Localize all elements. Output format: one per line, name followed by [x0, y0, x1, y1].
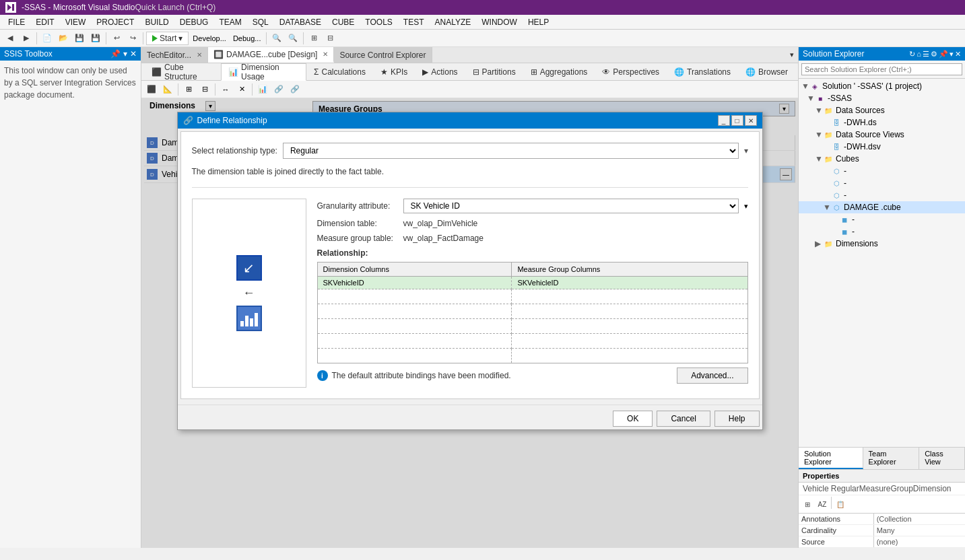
- cancel-button[interactable]: Cancel: [657, 411, 710, 427]
- menu-test[interactable]: TEST: [398, 16, 430, 28]
- advanced-button[interactable]: Advanced...: [677, 368, 747, 384]
- save-button[interactable]: 💾: [72, 31, 87, 46]
- ssis-pin-icon[interactable]: 📌: [110, 49, 121, 59]
- tree-dwh-dsv[interactable]: 🗄 -DWH.dsv: [799, 141, 965, 153]
- cube-tab-calculations[interactable]: Σ Calculations: [306, 63, 373, 80]
- cube-tb-btn8[interactable]: 🔗: [271, 82, 286, 97]
- tree-project[interactable]: ▼ ■ -SSAS: [799, 92, 965, 104]
- sol-filter-icon[interactable]: ☰: [923, 50, 929, 59]
- cube-tb-btn2[interactable]: 📐: [160, 82, 175, 97]
- help-button[interactable]: Help: [714, 411, 760, 427]
- menu-project[interactable]: PROJECT: [91, 16, 139, 28]
- granularity-select[interactable]: SK Vehicle ID: [403, 199, 739, 213]
- tab-right-controls[interactable]: ▾: [786, 47, 798, 63]
- ssis-dropdown-icon[interactable]: ▾: [123, 49, 127, 59]
- tab-close-damage[interactable]: ✕: [323, 50, 328, 58]
- layout-btn[interactable]: ⊞: [306, 31, 321, 46]
- sol-tab-class[interactable]: Class View: [919, 448, 965, 469]
- menu-view[interactable]: VIEW: [60, 16, 92, 28]
- back-button[interactable]: ◀: [3, 31, 18, 46]
- tree-cube-1[interactable]: ⬡ -: [799, 165, 965, 177]
- cube-tab-browser[interactable]: 🌐 Browser: [738, 63, 795, 80]
- menu-build[interactable]: BUILD: [139, 16, 174, 28]
- cube-tb-btn9[interactable]: 🔗: [288, 82, 302, 97]
- menu-debug[interactable]: DEBUG: [174, 16, 214, 28]
- tab-source-control[interactable]: Source Control Explorer: [334, 47, 432, 63]
- tree-solution[interactable]: ▼ ◈ Solution ' -SSAS' (1 project): [799, 80, 965, 92]
- sol-pin-icon[interactable]: 📌: [939, 50, 948, 59]
- rel-table-data-row[interactable]: SKVehicleID SKVehicleID: [317, 277, 747, 289]
- relationship-type-select[interactable]: Regular: [283, 143, 739, 159]
- tab-damage-cube[interactable]: 🔲 DAMAGE...cube [Design] ✕: [208, 47, 334, 63]
- cube-tb-btn5[interactable]: ↔: [218, 82, 233, 97]
- props-pages-btn[interactable]: 📋: [833, 497, 848, 512]
- dialog-fields: Granularity attribute: SK Vehicle ID ▾ D…: [317, 199, 748, 388]
- sol-menu-icon[interactable]: ▾: [950, 50, 954, 59]
- open-button[interactable]: 📂: [56, 31, 71, 46]
- tree-data-source-views[interactable]: ▼ 📁 Data Source Views: [799, 129, 965, 141]
- menu-help[interactable]: HELP: [523, 16, 554, 28]
- ok-button[interactable]: OK: [613, 411, 653, 427]
- undo-button[interactable]: ↩: [109, 31, 124, 46]
- cube-tb-btn4[interactable]: ⊟: [197, 82, 212, 97]
- menu-database[interactable]: DATABASE: [274, 16, 327, 28]
- forward-button[interactable]: ▶: [19, 31, 34, 46]
- dialog-minimize-btn[interactable]: _: [718, 115, 730, 126]
- sol-tab-team[interactable]: Team Explorer: [863, 448, 920, 469]
- sol-sync-icon[interactable]: ↻: [909, 50, 915, 59]
- cube-tab-actions[interactable]: ▶ Actions: [415, 63, 465, 80]
- props-alpha-btn[interactable]: AZ: [815, 497, 830, 512]
- cube-tab-translations[interactable]: 🌐 Translations: [667, 63, 738, 80]
- tree-cube-2[interactable]: ⬡ -: [799, 177, 965, 189]
- sol-tab-solution[interactable]: Solution Explorer: [799, 448, 863, 469]
- tree-sub-2[interactable]: ◼ -: [799, 225, 965, 238]
- dialog-restore-btn[interactable]: □: [731, 115, 743, 126]
- save-all-button[interactable]: 💾: [88, 31, 103, 46]
- cube-tb-btn7[interactable]: 📊: [255, 82, 270, 97]
- ssis-close-icon[interactable]: ✕: [130, 49, 137, 59]
- cube-tb-btn6[interactable]: ✕: [234, 82, 249, 97]
- menu-file[interactable]: FILE: [3, 16, 30, 28]
- deploy-dropdown[interactable]: Develop...: [190, 34, 229, 42]
- zoom-in[interactable]: 🔍: [269, 31, 284, 46]
- dialog-close-btn[interactable]: ✕: [745, 115, 757, 126]
- menu-cube[interactable]: CUBE: [327, 16, 360, 28]
- tab-close-tech[interactable]: ✕: [197, 51, 202, 59]
- cube-tab-partitions[interactable]: ⊟ Partitions: [465, 63, 523, 80]
- tree-cube-3[interactable]: ⬡ -: [799, 189, 965, 201]
- menu-team[interactable]: TEAM: [213, 16, 246, 28]
- tree-cubes[interactable]: ▼ 📁 Cubes: [799, 153, 965, 165]
- debug-dropdown[interactable]: Debug...: [230, 34, 264, 42]
- cube-tab-perspectives[interactable]: 👁 Perspectives: [595, 63, 667, 80]
- tree-arrow-solution: ▼: [801, 81, 808, 91]
- cube-tab-structure[interactable]: ⬛ Cube Structure: [144, 63, 221, 80]
- menu-sql[interactable]: SQL: [247, 16, 274, 28]
- zoom-out[interactable]: 🔍: [286, 31, 300, 46]
- new-file-button[interactable]: 📄: [40, 31, 55, 46]
- sol-search-input[interactable]: [801, 63, 962, 75]
- cube-tab-kpis[interactable]: ★ KPIs: [373, 63, 415, 80]
- tree-dwh-ds[interactable]: 🗄 -DWH.ds: [799, 116, 965, 129]
- connect-btn[interactable]: ⊟: [323, 31, 337, 46]
- tree-data-sources[interactable]: ▼ 📁 Data Sources: [799, 104, 965, 116]
- run-button[interactable]: Start ▾: [146, 32, 189, 45]
- cube-tb-btn1[interactable]: ⬛: [144, 82, 159, 97]
- tree-dimensions[interactable]: ▶ 📁 Dimensions: [799, 238, 965, 250]
- cube-tab-aggregations[interactable]: ⊞ Aggregations: [523, 63, 595, 80]
- menu-tools[interactable]: TOOLS: [360, 16, 397, 28]
- menu-edit[interactable]: EDIT: [30, 16, 59, 28]
- sol-home-icon[interactable]: ⌂: [917, 50, 921, 59]
- cube-3-icon: ⬡: [831, 190, 842, 201]
- props-categorized-btn[interactable]: ⊞: [800, 497, 815, 512]
- sol-settings-icon[interactable]: ⚙: [931, 50, 937, 59]
- tree-sub-1[interactable]: ◼ -: [799, 213, 965, 225]
- cube-tab-dimension-usage[interactable]: 📊 Dimension Usage: [221, 63, 306, 81]
- quick-launch[interactable]: Quick Launch (Ctrl+Q): [135, 3, 216, 12]
- tree-damage-cube[interactable]: ▼ ⬡ DAMAGE .cube: [799, 201, 965, 213]
- cube-tb-btn3[interactable]: ⊞: [181, 82, 196, 97]
- sol-close-icon[interactable]: ✕: [955, 50, 961, 59]
- menu-analyze[interactable]: ANALYZE: [430, 16, 477, 28]
- tab-techeditor[interactable]: TechEditor... ✕: [141, 47, 208, 63]
- redo-button[interactable]: ↪: [125, 31, 140, 46]
- menu-window[interactable]: WINDOW: [476, 16, 523, 28]
